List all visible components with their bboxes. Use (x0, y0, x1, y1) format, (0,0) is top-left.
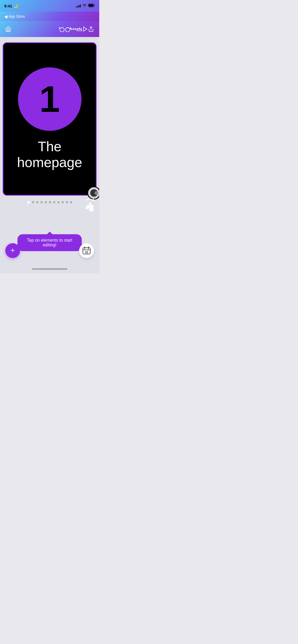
slide-container[interactable]: 1 Thehomepage (3, 42, 97, 196)
bottom-area: Tap on elements to start editing! + 33 (0, 230, 99, 264)
swipe-gesture-icon (83, 197, 97, 214)
slide-inner: 1 Thehomepage (3, 43, 96, 195)
dot-2[interactable] (32, 201, 34, 203)
wifi-icon (82, 4, 87, 8)
dot-6[interactable] (49, 201, 51, 203)
svg-rect-1 (89, 4, 93, 7)
slide-circle: 1 (18, 67, 82, 131)
svg-rect-10 (89, 208, 93, 211)
pagination-dots (27, 196, 72, 204)
play-button[interactable] (82, 26, 88, 32)
tooltip-text: Tap on elements to start editing! (27, 238, 72, 247)
moon-icon: 🌙 (13, 3, 18, 8)
svg-marker-5 (84, 27, 87, 31)
redo-button[interactable] (65, 26, 71, 32)
svg-rect-7 (89, 203, 91, 208)
dot-7[interactable] (53, 201, 55, 203)
dot-10[interactable] (66, 201, 68, 203)
back-label: App Store (8, 14, 25, 19)
svg-rect-11 (85, 206, 88, 209)
toolbar (0, 21, 99, 37)
calendar-button[interactable]: 33 (79, 243, 94, 258)
dot-5[interactable] (45, 201, 47, 203)
dot-1[interactable] (27, 201, 30, 204)
dot-9[interactable] (62, 201, 64, 203)
dot-3[interactable] (36, 201, 38, 203)
more-button[interactable] (71, 26, 76, 32)
home-indicator (0, 264, 99, 273)
dot-8[interactable] (57, 201, 60, 203)
dot-4[interactable] (40, 201, 43, 203)
dot-11[interactable] (70, 201, 72, 203)
svg-point-4 (75, 29, 76, 30)
home-bar (32, 268, 67, 270)
back-chevron-icon: ◀ (4, 14, 7, 19)
signal-icon (76, 4, 81, 7)
share-button[interactable] (88, 26, 94, 32)
status-bar: 9:41 🌙 (0, 0, 99, 12)
slide-title: Thehomepage (17, 139, 82, 171)
svg-text:33: 33 (85, 251, 88, 254)
slide-number: 1 (39, 81, 60, 118)
undo-button[interactable] (59, 26, 65, 32)
status-icons (76, 4, 95, 8)
add-icon: + (11, 247, 15, 254)
add-button[interactable]: + (5, 243, 20, 258)
battery-icon (88, 4, 95, 8)
back-button[interactable]: ◀ App Store (4, 14, 25, 19)
nav-bar: ◀ App Store (0, 12, 99, 37)
home-button[interactable] (5, 26, 11, 32)
premium-button[interactable] (76, 26, 82, 32)
tooltip-bubble: Tap on elements to start editing! (17, 234, 82, 251)
svg-point-3 (73, 29, 74, 30)
svg-point-2 (71, 29, 72, 30)
status-time: 9:41 🌙 (4, 3, 18, 8)
canvas-area: 1 Thehomepage (0, 37, 99, 230)
time-display: 9:41 (4, 4, 12, 8)
